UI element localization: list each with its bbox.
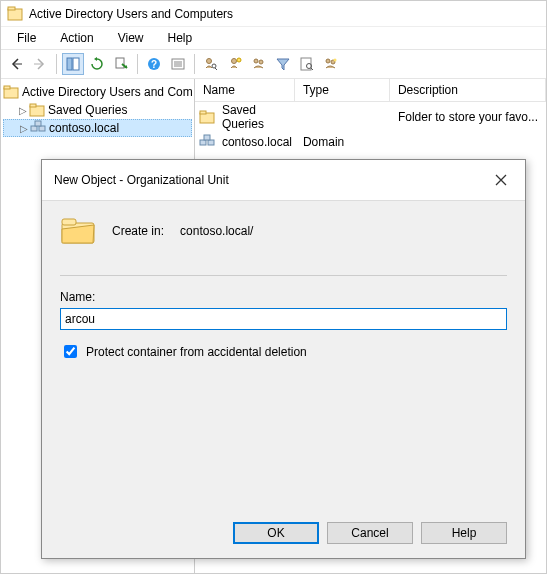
back-button[interactable] <box>5 53 27 75</box>
svg-point-12 <box>212 64 216 68</box>
cell-description: Folder to store your favo... <box>390 108 546 126</box>
tree-item-saved-queries[interactable]: ▷ Saved Queries <box>3 101 192 119</box>
svg-text:?: ? <box>151 59 157 70</box>
properties-button[interactable] <box>167 53 189 75</box>
svg-point-16 <box>254 59 258 63</box>
cancel-button[interactable]: Cancel <box>327 522 413 544</box>
separator <box>194 54 195 74</box>
tree-item-domain[interactable]: ▷ contoso.local <box>3 119 192 137</box>
cell-type: Domain <box>295 133 390 151</box>
forward-button[interactable] <box>29 53 51 75</box>
app-icon <box>7 6 23 22</box>
svg-rect-34 <box>208 140 214 145</box>
tree-item-label: Saved Queries <box>48 103 127 117</box>
tree-root-label: Active Directory Users and Com <box>22 85 193 99</box>
ok-button[interactable]: OK <box>233 522 319 544</box>
ou-folder-icon <box>60 215 96 247</box>
find-user-button[interactable] <box>200 53 222 75</box>
help-button[interactable]: Help <box>421 522 507 544</box>
close-icon <box>495 174 507 186</box>
svg-rect-1 <box>8 7 15 10</box>
folder-icon <box>3 84 19 100</box>
svg-point-17 <box>259 60 263 64</box>
help-button[interactable]: ? <box>143 53 165 75</box>
name-input[interactable] <box>60 308 507 330</box>
create-in-row: Create in: contoso.local/ <box>60 215 507 247</box>
protect-checkbox-row[interactable]: Protect container from accidental deleti… <box>60 342 507 361</box>
column-description[interactable]: Description <box>390 79 546 101</box>
create-in-label: Create in: <box>112 224 164 238</box>
menu-file[interactable]: File <box>7 29 46 47</box>
create-in-path: contoso.local/ <box>180 224 253 238</box>
column-name[interactable]: Name <box>195 79 295 101</box>
svg-rect-4 <box>116 58 124 68</box>
svg-rect-3 <box>73 58 79 70</box>
menu-view[interactable]: View <box>108 29 154 47</box>
add-user-button[interactable] <box>224 53 246 75</box>
protect-checkbox[interactable] <box>64 345 77 358</box>
svg-point-15 <box>237 58 241 62</box>
svg-rect-29 <box>39 126 45 131</box>
svg-rect-35 <box>204 135 210 140</box>
expand-icon[interactable]: ▷ <box>17 105 29 116</box>
refresh-button[interactable] <box>86 53 108 75</box>
svg-rect-37 <box>62 219 76 225</box>
menu-help[interactable]: Help <box>158 29 203 47</box>
domain-icon <box>199 134 215 150</box>
domain-icon <box>30 120 46 136</box>
filter-button[interactable] <box>272 53 294 75</box>
tree-item-label: contoso.local <box>49 121 119 135</box>
search-button[interactable] <box>296 53 318 75</box>
dialog-body: Create in: contoso.local/ Name: Protect … <box>42 200 525 558</box>
svg-rect-33 <box>200 140 206 145</box>
svg-point-21 <box>326 59 330 63</box>
menubar: File Action View Help <box>1 27 546 49</box>
expand-icon[interactable]: ▷ <box>18 123 30 134</box>
titlebar: Active Directory Users and Computers <box>1 1 546 27</box>
svg-line-13 <box>215 68 217 70</box>
svg-point-23 <box>334 59 337 62</box>
separator <box>56 54 57 74</box>
svg-rect-28 <box>31 126 37 131</box>
svg-rect-25 <box>4 86 10 89</box>
divider <box>60 275 507 276</box>
list-row[interactable]: Saved Queries Folder to store your favo.… <box>195 102 546 132</box>
cell-name: Saved Queries <box>222 103 295 131</box>
cell-description <box>390 140 546 144</box>
svg-point-11 <box>207 59 212 64</box>
cell-name: contoso.local <box>222 135 292 149</box>
dialog-buttons: OK Cancel Help <box>60 522 507 544</box>
export-button[interactable] <box>110 53 132 75</box>
svg-rect-27 <box>30 104 36 107</box>
separator <box>137 54 138 74</box>
dialog-titlebar: New Object - Organizational Unit <box>42 160 525 200</box>
dialog-title: New Object - Organizational Unit <box>54 173 229 187</box>
close-button[interactable] <box>489 168 513 192</box>
menu-action[interactable]: Action <box>50 29 103 47</box>
list-header: Name Type Description <box>195 79 546 102</box>
svg-point-14 <box>232 59 237 64</box>
svg-rect-32 <box>200 111 206 114</box>
column-type[interactable]: Type <box>295 79 390 101</box>
add-group-button[interactable] <box>248 53 270 75</box>
svg-rect-0 <box>8 9 22 20</box>
svg-rect-2 <box>67 58 72 70</box>
list-row[interactable]: contoso.local Domain <box>195 132 546 152</box>
cell-type <box>295 115 390 119</box>
new-ou-dialog: New Object - Organizational Unit Create … <box>41 159 526 559</box>
name-label: Name: <box>60 290 507 304</box>
protect-label: Protect container from accidental deleti… <box>86 345 307 359</box>
show-hide-tree-button[interactable] <box>62 53 84 75</box>
folder-icon <box>29 102 45 118</box>
tree-root[interactable]: Active Directory Users and Com <box>3 83 192 101</box>
toolbar: ? <box>1 49 546 79</box>
app-title: Active Directory Users and Computers <box>29 7 233 21</box>
folder-icon <box>199 109 215 125</box>
svg-rect-30 <box>35 121 41 126</box>
add-to-group-button[interactable] <box>320 53 342 75</box>
